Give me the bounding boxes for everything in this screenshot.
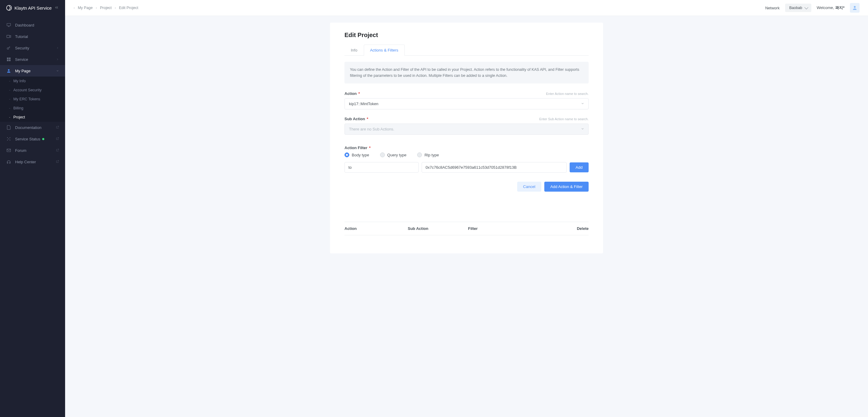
svg-rect-5 bbox=[9, 58, 10, 59]
brand-text: Klaytn API Service bbox=[14, 5, 52, 10]
radio-query-type[interactable]: Query type bbox=[380, 153, 407, 157]
radio-icon bbox=[380, 153, 385, 157]
sidebar-item-tutorial[interactable]: Tutorial bbox=[0, 31, 65, 42]
action-select[interactable]: kip17::MintToken bbox=[344, 98, 589, 109]
breadcrumb-item[interactable]: Project bbox=[100, 6, 112, 10]
filter-value-input[interactable] bbox=[422, 162, 567, 173]
sidebar-item-service[interactable]: Service bbox=[0, 54, 65, 65]
sidebar-item-label: Service bbox=[15, 57, 28, 62]
sidebar-collapse-button[interactable] bbox=[54, 5, 59, 11]
sidebar-subitem-label: Account Security bbox=[13, 88, 41, 92]
key-icon bbox=[6, 45, 11, 51]
user-avatar[interactable] bbox=[850, 3, 860, 13]
filter-input-row: Add bbox=[344, 162, 589, 173]
sidebar-item-label: Help Center bbox=[15, 160, 36, 164]
chevron-right-icon: › bbox=[73, 6, 75, 10]
radio-rlp-type[interactable]: Rlp type bbox=[417, 153, 439, 157]
subaction-select[interactable]: There are no Sub Actions. bbox=[344, 124, 589, 135]
chevron-right-icon bbox=[56, 46, 59, 50]
sidebar-subitem-project[interactable]: Project bbox=[0, 113, 65, 122]
sidebar-subitem-billing[interactable]: Billing bbox=[0, 104, 65, 113]
svg-point-3 bbox=[7, 47, 9, 49]
sidebar-subitem-label: Billing bbox=[13, 106, 23, 110]
svg-point-10 bbox=[10, 137, 10, 138]
svg-point-9 bbox=[7, 137, 8, 138]
user-icon bbox=[6, 68, 11, 73]
subaction-hint: Enter Sub Action name to search. bbox=[539, 117, 589, 121]
headphones-icon bbox=[6, 159, 11, 164]
sidebar-item-mypage[interactable]: My Page bbox=[0, 65, 65, 76]
radio-label: Rlp type bbox=[424, 153, 439, 157]
th-delete: Delete bbox=[567, 226, 589, 231]
sidebar: Klaytn API Service Dashboard Tutorial Se… bbox=[0, 0, 65, 417]
svg-rect-2 bbox=[7, 35, 9, 38]
action-select-value: kip17::MintToken bbox=[344, 98, 589, 109]
radio-body-type[interactable]: Body type bbox=[344, 153, 369, 157]
network-icon bbox=[6, 136, 11, 141]
breadcrumb-item[interactable]: My Page bbox=[78, 6, 93, 10]
sidebar-item-documentation[interactable]: Documentation bbox=[0, 122, 65, 133]
sidebar-submenu: My Info Account Security My ERC Tokens B… bbox=[0, 76, 65, 122]
main-area: › My Page › Project › Edit Project Netwo… bbox=[65, 0, 868, 417]
add-filter-button[interactable]: Add bbox=[569, 162, 589, 172]
action-filter-label: Action Filter * bbox=[344, 146, 371, 150]
add-action-filter-button[interactable]: Add Action & Filter bbox=[544, 182, 589, 192]
chevron-right-icon bbox=[56, 57, 59, 62]
sidebar-subitem-myerctokens[interactable]: My ERC Tokens bbox=[0, 95, 65, 104]
sidebar-item-dashboard[interactable]: Dashboard bbox=[0, 19, 65, 31]
th-action: Action bbox=[344, 226, 408, 231]
sidebar-item-servicestatus[interactable]: Service Status bbox=[0, 133, 65, 145]
sidebar-item-label: Forum bbox=[15, 148, 27, 153]
svg-point-15 bbox=[854, 6, 856, 8]
svg-rect-6 bbox=[7, 60, 8, 61]
svg-point-11 bbox=[7, 140, 8, 141]
radio-label: Body type bbox=[352, 153, 369, 157]
sidebar-header: Klaytn API Service bbox=[0, 0, 65, 16]
monitor-icon bbox=[6, 22, 11, 28]
edit-project-card: Edit Project Info Actions & Filters You … bbox=[330, 23, 603, 253]
sidebar-item-label: Service Status bbox=[15, 137, 40, 141]
subaction-select-placeholder: There are no Sub Actions. bbox=[344, 124, 589, 135]
sidebar-item-helpcenter[interactable]: Help Center bbox=[0, 156, 65, 167]
sidebar-item-label: Tutorial bbox=[15, 34, 28, 39]
form-actions: Cancel Add Action & Filter bbox=[344, 182, 589, 192]
sidebar-item-label: My Page bbox=[15, 69, 30, 73]
content: Edit Project Info Actions & Filters You … bbox=[65, 16, 868, 417]
svg-rect-4 bbox=[7, 58, 8, 59]
breadcrumb-item: Edit Project bbox=[119, 6, 138, 10]
sidebar-subitem-label: My Info bbox=[13, 79, 26, 83]
radio-icon bbox=[417, 153, 422, 157]
filter-table-header: Action Sub Action Filter Delete bbox=[344, 222, 589, 235]
network-select[interactable]: Baobab bbox=[785, 4, 811, 12]
sidebar-subitem-accountsecurity[interactable]: Account Security bbox=[0, 86, 65, 95]
tab-info[interactable]: Info bbox=[344, 44, 364, 56]
topbar: › My Page › Project › Edit Project Netwo… bbox=[65, 0, 868, 16]
brand-logo[interactable]: Klaytn API Service bbox=[6, 5, 52, 11]
page-title: Edit Project bbox=[344, 32, 589, 38]
svg-point-8 bbox=[8, 69, 9, 71]
sidebar-subitem-label: Project bbox=[13, 115, 25, 119]
svg-rect-1 bbox=[7, 24, 10, 26]
sidebar-subitem-myinfo[interactable]: My Info bbox=[0, 76, 65, 86]
tab-actions-filters[interactable]: Actions & Filters bbox=[364, 44, 405, 56]
cancel-button[interactable]: Cancel bbox=[517, 182, 541, 192]
external-link-icon bbox=[56, 160, 59, 164]
sidebar-item-forum[interactable]: Forum bbox=[0, 145, 65, 156]
network-select-value: Baobab bbox=[785, 4, 811, 12]
filter-key-input[interactable] bbox=[344, 162, 418, 173]
radio-icon bbox=[344, 153, 349, 157]
sidebar-item-label: Security bbox=[15, 46, 29, 50]
svg-point-13 bbox=[8, 138, 9, 139]
document-icon bbox=[6, 125, 11, 130]
action-field: Action * Enter Action name to search. ki… bbox=[344, 91, 589, 109]
external-link-icon bbox=[56, 125, 59, 130]
grid-icon bbox=[6, 57, 11, 62]
sidebar-item-security[interactable]: Security bbox=[0, 42, 65, 54]
info-banner: You can define the Action and Filter of … bbox=[344, 62, 589, 84]
radio-label: Query type bbox=[387, 153, 407, 157]
topbar-right: Network Baobab Welcome, 곽지* bbox=[765, 3, 860, 13]
avatar-icon bbox=[852, 5, 858, 10]
status-indicator-icon bbox=[42, 138, 44, 140]
filter-type-radios: Body type Query type Rlp type bbox=[344, 153, 589, 157]
chevron-right-icon: › bbox=[115, 6, 116, 10]
